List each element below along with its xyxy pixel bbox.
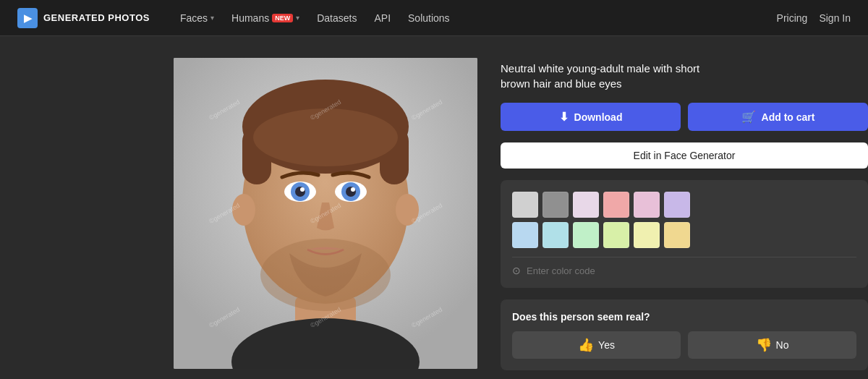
logo[interactable]: ▶ GENERATED PHOTOS [17,8,150,28]
svg-point-18 [396,194,419,226]
photo-sidebar: Neutral white young-adult male with shor… [501,58,868,365]
svg-point-15 [351,187,355,192]
face-image-container: ©generated ©generated ©generated ©genera… [174,58,477,369]
main-content: ©generated ©generated ©generated ©genera… [0,36,868,379]
color-swatch[interactable] [573,222,599,248]
nav-item-api[interactable]: API [367,8,398,28]
color-panel: ⊙ [501,180,868,288]
color-grid [512,192,856,248]
navbar: ▶ GENERATED PHOTOS Faces ▾ Humans New ▾ … [0,0,868,36]
color-swatch[interactable] [664,222,690,248]
rating-buttons: 👍 Yes 👎 No [512,331,856,359]
color-input-row: ⊙ [512,257,856,276]
new-badge: New [272,14,293,22]
rating-question: Does this person seem real? [512,311,856,323]
download-button[interactable]: ⬇ Download [501,103,681,131]
nav-items: Faces ▾ Humans New ▾ Datasets API Soluti… [173,8,777,28]
color-picker-icon: ⊙ [512,265,521,276]
svg-point-11 [300,187,305,192]
chevron-down-icon: ▾ [296,14,299,22]
color-swatch[interactable] [634,222,660,248]
face-svg [174,58,477,369]
no-button[interactable]: 👎 No [688,331,856,359]
logo-icon: ▶ [17,8,38,28]
cart-icon: 🛒 [741,110,756,124]
color-swatch[interactable] [664,192,690,218]
rating-panel: Does this person seem real? 👍 Yes 👎 No [501,299,868,370]
nav-signin[interactable]: Sign In [819,12,851,24]
thumbs-up-icon: 👍 [578,337,594,353]
nav-item-datasets[interactable]: Datasets [310,8,364,28]
svg-point-17 [232,194,255,226]
download-icon: ⬇ [559,110,569,124]
edit-face-generator-button[interactable]: Edit in Face Generator [501,142,868,169]
color-swatch[interactable] [603,192,629,218]
nav-item-humans[interactable]: Humans New ▾ [224,8,307,28]
color-code-input[interactable] [527,265,856,276]
color-swatch[interactable] [603,222,629,248]
color-swatch[interactable] [634,192,660,218]
color-swatch[interactable] [542,192,569,218]
action-buttons: ⬇ Download 🛒 Add to cart [501,103,868,131]
color-swatch[interactable] [573,192,599,218]
nav-item-faces[interactable]: Faces ▾ [173,8,221,28]
color-swatch[interactable] [512,222,538,248]
add-to-cart-button[interactable]: 🛒 Add to cart [688,103,868,131]
yes-button[interactable]: 👍 Yes [512,331,681,359]
chevron-down-icon: ▾ [210,14,214,22]
thumbs-down-icon: 👎 [756,337,772,353]
face-image: ©generated ©generated ©generated ©genera… [174,58,477,369]
nav-pricing[interactable]: Pricing [777,12,808,24]
photo-description: Neutral white young-adult male with shor… [501,61,703,91]
color-swatch[interactable] [542,222,569,248]
svg-point-7 [253,108,398,166]
brand-name: GENERATED PHOTOS [43,12,150,23]
color-swatch[interactable] [512,192,538,218]
nav-right: Pricing Sign In [777,12,851,24]
nav-item-solutions[interactable]: Solutions [401,8,457,28]
